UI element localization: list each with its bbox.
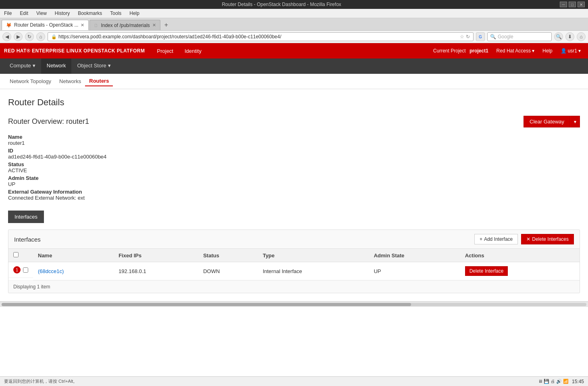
tab-label-1: Router Details - OpenStack ... xyxy=(14,22,78,28)
info-admin-state-value: UP xyxy=(8,181,580,187)
interfaces-title: Interfaces xyxy=(14,236,41,243)
breadcrumb: Network Topology Networks Routers xyxy=(0,74,588,89)
nav-identity[interactable]: Identity xyxy=(179,43,207,58)
header-type: Type xyxy=(258,249,369,262)
url-text: https://servera.pod0.example.com/dashboa… xyxy=(58,34,458,40)
row-checkbox[interactable] xyxy=(23,267,28,273)
header-admin-state: Admin State xyxy=(369,249,460,262)
tab-close-1[interactable]: ✕ xyxy=(81,23,84,28)
reload-icon[interactable]: ↻ xyxy=(466,34,470,40)
clear-gateway-dropdown[interactable]: ▾ xyxy=(570,116,580,127)
content-tabs: Interfaces xyxy=(8,211,580,223)
new-tab-button[interactable]: + xyxy=(161,20,171,30)
search-placeholder: Google xyxy=(498,34,513,40)
user-chevron-icon: ▾ xyxy=(578,48,581,54)
browser-home-button[interactable]: ⌂ xyxy=(577,32,586,41)
delete-interface-button[interactable]: Delete Interface xyxy=(465,266,508,276)
header-actions: Actions xyxy=(460,249,580,262)
tab-close-2[interactable]: ✕ xyxy=(152,23,156,28)
menubar: File Edit View History Bookmarks Tools H… xyxy=(0,9,588,18)
titlebar-title: Router Details - OpenStack Dashboard - M… xyxy=(3,2,560,7)
subnav-compute[interactable]: Compute ▾ xyxy=(4,58,41,74)
red-hat-access-button[interactable]: Red Hat Access ▾ xyxy=(493,46,538,55)
interfaces-table: Name Fixed IPs Status Type Admin State A… xyxy=(8,249,580,280)
forward-button[interactable]: ▶ xyxy=(14,32,23,41)
tab-index[interactable]: 🗋 Index of /pub/materials ✕ xyxy=(89,20,160,30)
info-status-row: Status ACTIVE xyxy=(8,161,580,173)
delete-interfaces-button[interactable]: ✕ Delete Interfaces xyxy=(521,234,574,244)
row-number: 1 xyxy=(13,266,21,273)
info-status-value: ACTIVE xyxy=(8,167,580,173)
row-actions: Delete Interface xyxy=(460,262,580,280)
menu-view[interactable]: View xyxy=(34,10,49,17)
chevron-down-icon: ▾ xyxy=(532,48,534,54)
minimize-button[interactable]: ─ xyxy=(560,2,567,7)
breadcrumb-networks[interactable]: Networks xyxy=(55,77,85,86)
header-name: Name xyxy=(33,249,114,262)
scroll-track[interactable] xyxy=(2,303,586,306)
delete-icon: ✕ xyxy=(526,236,530,242)
titlebar: Router Details - OpenStack Dashboard - M… xyxy=(0,0,588,9)
back-button[interactable]: ◀ xyxy=(2,32,11,41)
user-menu[interactable]: 👤 usr1 ▾ xyxy=(557,46,584,55)
info-id-value: ad1ed246-f6d1-40a9-b00e-c11e00060be4 xyxy=(8,154,580,160)
os-nav-right: Current Project project1 Red Hat Access … xyxy=(430,46,584,55)
row-fixed-ips: 192.168.0.1 xyxy=(114,262,198,280)
menu-bookmarks[interactable]: Bookmarks xyxy=(75,10,104,17)
info-id-row: ID ad1ed246-f6d1-40a9-b00e-c11e00060be4 xyxy=(8,148,580,160)
help-button[interactable]: Help xyxy=(539,46,556,55)
menu-edit[interactable]: Edit xyxy=(17,10,31,17)
header-checkbox xyxy=(8,249,33,262)
tab-router-details[interactable]: 🦊 Router Details - OpenStack ... ✕ xyxy=(2,20,89,30)
address-box[interactable]: 🔒 https://servera.pod0.example.com/dashb… xyxy=(48,32,474,41)
router-overview-header: Router Overview: router1 Clear Gateway ▾ xyxy=(8,116,580,127)
row-type: Internal Interface xyxy=(258,262,369,280)
subnav-objectstore[interactable]: Object Store ▾ xyxy=(71,58,116,74)
add-interface-button[interactable]: + Add Interface xyxy=(474,234,518,244)
compute-chevron-icon: ▾ xyxy=(33,63,35,69)
bookmark-icon[interactable]: ☆ xyxy=(460,34,464,40)
search-submit-button[interactable]: 🔍 xyxy=(554,32,563,41)
interfaces-tab-button[interactable]: Interfaces xyxy=(8,211,44,223)
home-button[interactable]: ⌂ xyxy=(36,32,45,41)
interfaces-actions: + Add Interface ✕ Delete Interfaces xyxy=(474,234,574,244)
clear-gateway-button[interactable]: Clear Gateway xyxy=(524,116,570,127)
close-button[interactable]: ✕ xyxy=(578,2,585,7)
interfaces-section: Interfaces + Add Interface ✕ Delete Inte… xyxy=(8,230,580,293)
subnav-network[interactable]: Network xyxy=(41,58,72,74)
menu-file[interactable]: File xyxy=(2,10,14,17)
info-ext-gateway-value: Connected External Network: ext xyxy=(8,195,580,201)
nav-project[interactable]: Project xyxy=(152,43,179,58)
table-header-row: Name Fixed IPs Status Type Admin State A… xyxy=(8,249,580,262)
interface-name-link[interactable]: (68dcce1c) xyxy=(38,268,64,274)
info-name-row: Name router1 xyxy=(8,134,580,146)
row-admin-state: UP xyxy=(369,262,460,280)
os-subnav: Compute ▾ Network Object Store ▾ xyxy=(0,58,588,74)
breadcrumb-network-topology[interactable]: Network Topology xyxy=(6,77,55,86)
select-all-checkbox[interactable] xyxy=(13,252,19,257)
breadcrumb-routers[interactable]: Routers xyxy=(85,76,113,86)
scroll-thumb[interactable] xyxy=(2,303,411,306)
refresh-button[interactable]: ↻ xyxy=(25,32,34,41)
row-status: DOWN xyxy=(198,262,258,280)
router-overview-title: Router Overview: router1 xyxy=(8,117,89,126)
info-status-label: Status xyxy=(8,161,580,167)
menu-history[interactable]: History xyxy=(52,10,72,17)
restore-button[interactable]: □ xyxy=(569,2,576,7)
info-name-label: Name xyxy=(8,134,580,140)
row-num-cell: 1 xyxy=(8,262,33,278)
current-project-display: Current Project project1 xyxy=(430,46,492,55)
search-icon: 🔍 xyxy=(490,34,496,40)
menu-tools[interactable]: Tools xyxy=(108,10,124,17)
download-button[interactable]: ⬇ xyxy=(565,32,574,41)
search-box[interactable]: 🔍 Google xyxy=(487,32,552,41)
menu-help[interactable]: Help xyxy=(127,10,142,17)
clear-gateway-group: Clear Gateway ▾ xyxy=(524,116,580,127)
header-status: Status xyxy=(198,249,258,262)
scroll-area[interactable] xyxy=(0,301,588,307)
info-ext-gateway-label: External Gateway Information xyxy=(8,189,580,195)
info-name-value: router1 xyxy=(8,140,580,146)
info-admin-state-row: Admin State UP xyxy=(8,175,580,187)
google-icon[interactable]: G xyxy=(476,32,485,41)
os-brand: RED HAT® ENTERPRISE LINUX OPENSTACK PLAT… xyxy=(4,48,145,54)
